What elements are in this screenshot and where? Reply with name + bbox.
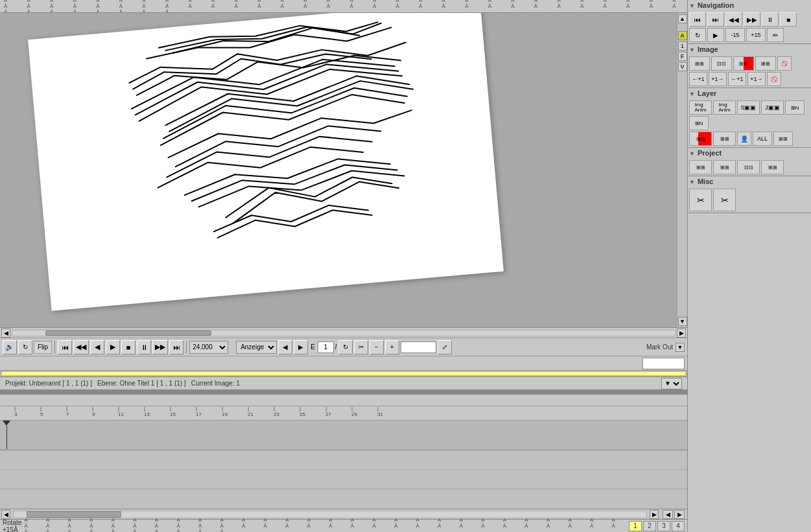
tab-2-button[interactable]: 2 [643,521,656,531]
badge-1[interactable]: 1 [678,41,687,51]
nav-pause-icon[interactable]: ⏸ [762,12,779,27]
layer-red-btn[interactable]: ⊞⊞ [689,132,712,146]
layer-j-btn[interactable]: J▣▣ [761,100,784,115]
layer-collapse-arrow[interactable]: ▼ [689,91,695,97]
end-button[interactable]: ⏭ [169,340,183,354]
next-frame-input[interactable]: ▶ [294,340,308,354]
play-button[interactable]: ▶ [106,340,120,354]
nav-pencil[interactable]: ✏ [767,28,784,42]
stop-button[interactable]: ■ [121,340,135,354]
step-back-button[interactable]: ◀◀ [73,340,89,354]
nav-plus15[interactable]: +15 [746,28,766,42]
layer-all-btn[interactable]: ALL [753,132,772,146]
main-container: Â Â Â Â Â Â Â Â Â Â Â Â Â Â Â Â Â Â Â Â … [0,0,811,532]
hscrollbar-thumb[interactable] [45,330,211,336]
badge-V[interactable]: V [678,62,687,71]
misc-btn1[interactable]: ✂ [689,189,712,211]
progress-bar[interactable] [1,371,686,376]
frame-number-input[interactable] [318,341,334,353]
nav-stop-icon[interactable]: ■ [780,12,797,27]
hscrollbar-track[interactable] [12,330,676,336]
hscroll-left-btn[interactable]: ◀ [1,329,10,338]
timeline-scroll-left[interactable]: ◀ [1,510,10,519]
separator2 [186,341,187,354]
nav-rewind-start[interactable]: ⏮ [689,12,706,27]
view-controls: Anzeige ◀ ▶ E / ↻ ✂ − + 33.29% ⤢ [236,340,451,354]
img-btn1[interactable]: ⊞⊞ [689,56,710,71]
mark-out-arrow[interactable]: ▼ [676,343,685,352]
hscroll-right-btn[interactable]: ▶ [677,329,686,338]
mark-out-input[interactable]: 1 [642,358,685,369]
crop-btn[interactable]: ✂ [354,340,368,354]
prev-frame-btn[interactable]: ◀ [278,340,292,354]
nav-collapse-arrow[interactable]: ▼ [689,3,695,9]
anzeige-dropdown[interactable]: Anzeige [236,341,277,354]
nav-loop[interactable]: ↻ [689,28,706,42]
layer-img-anim2[interactable]: ImgAnim [713,100,736,115]
misc-btn2[interactable]: ✂ [713,189,736,211]
zoom-extend-btn[interactable]: ⤢ [438,340,452,354]
proj-btn3[interactable]: ⊡⊡ [737,160,760,174]
tab-4-button[interactable]: 4 [672,521,685,531]
timeline-top-bar [0,395,687,406]
proj-btn4[interactable]: ⊞⊞ [761,160,784,174]
scroll-down-button[interactable]: ▼ [678,317,687,326]
playhead[interactable] [3,421,10,449]
image-collapse-arrow[interactable]: ▼ [689,47,695,53]
tab-3-button[interactable]: 3 [657,521,670,531]
timeline-ruler: |3 |5 |7 |9 |11 |13 |15 |17 |19 |21 |23 … [0,406,687,421]
nav-next-btn[interactable]: ▶ [674,510,685,519]
volume-button[interactable]: 🔊 [3,340,17,354]
layer-img-anim1[interactable]: ImgAnim [689,100,712,115]
img-arrow-left[interactable]: ←+1 [689,72,707,86]
timeline-empty1 [0,450,687,470]
ruler-top: Â Â Â Â Â Â Â Â Â Â Â Â Â Â Â Â Â Â Â Â … [0,0,687,13]
badge-A[interactable]: A [678,31,687,40]
frame-back-button[interactable]: ◀ [90,340,104,354]
layer-section: ▼ Layer ImgAnim ImgAnim S▣▣ J▣▣ ⊞N ⊞N ⊞⊞… [688,88,811,148]
img-btn4[interactable]: ⊞⊞ [755,56,776,71]
nav-step-back[interactable]: ◀◀ [725,12,742,27]
proj-btn1[interactable]: ⊞⊞ [689,160,712,174]
minus-btn[interactable]: − [370,340,384,354]
tab-1-button[interactable]: 1 [629,521,642,531]
img-arrow-left2[interactable]: ←+1 [728,72,746,86]
misc-section: ▼ Misc ✂ ✂ [688,176,811,213]
flip-button[interactable]: Flip [34,341,52,354]
layer-extra-btn[interactable]: ⊞⊞ [773,132,793,146]
plus-btn[interactable]: + [385,340,399,354]
img-btn2[interactable]: ⊡⊡ [711,56,732,71]
layer-sn-btn1[interactable]: ⊞N [785,100,805,115]
misc-collapse-arrow[interactable]: ▼ [689,179,695,185]
nav-prev-btn[interactable]: ◀ [663,510,673,519]
img-arrow-right[interactable]: +1→ [709,72,727,86]
frame-fwd-button[interactable]: ▶▶ [152,340,168,354]
layer-person-btn[interactable]: 👤 [737,132,751,146]
timeline-scrollbar-track[interactable] [13,511,647,518]
nav-step-fwd[interactable]: ▶▶ [744,12,760,27]
zoom-input[interactable]: 33.29% [401,341,436,353]
layer-sh-btn[interactable]: S▣▣ [737,100,760,115]
scroll-up-button[interactable]: ▲ [678,14,687,23]
timeline-scroll-right[interactable]: ▶ [650,510,659,519]
hscrollbar: ◀ ▶ [0,327,687,338]
nav-minus15[interactable]: -15 [725,28,745,42]
img-btn3[interactable]: ⊞⊞ [733,56,754,71]
proj-btn2[interactable]: ⊞⊞ [713,160,736,174]
img-no-btn[interactable]: 🚫 [777,56,792,71]
separator1 [54,341,55,354]
badge-F[interactable]: F [678,52,687,61]
layer-sn-btn2[interactable]: ⊞N [689,116,709,130]
project-collapse-arrow[interactable]: ▼ [689,150,695,157]
refresh-btn[interactable]: ↻ [338,340,353,354]
img-no-btn2[interactable]: 🚫 [767,72,781,86]
rewind-to-start-button[interactable]: ⏮ [58,340,72,354]
nav-fast-fwd[interactable]: ⏭ [707,12,724,27]
status-dropdown[interactable]: ▼ [661,378,682,389]
loop-button[interactable]: ↻ [18,340,32,354]
img-arrow-right2[interactable]: +1→ [747,72,766,86]
layer-grid-btn2[interactable]: ⊞⊞ [713,132,736,146]
pause-button[interactable]: ⏸ [137,340,151,354]
nav-play[interactable]: ▶ [707,28,724,42]
fps-select[interactable]: 24.000 [189,341,228,354]
